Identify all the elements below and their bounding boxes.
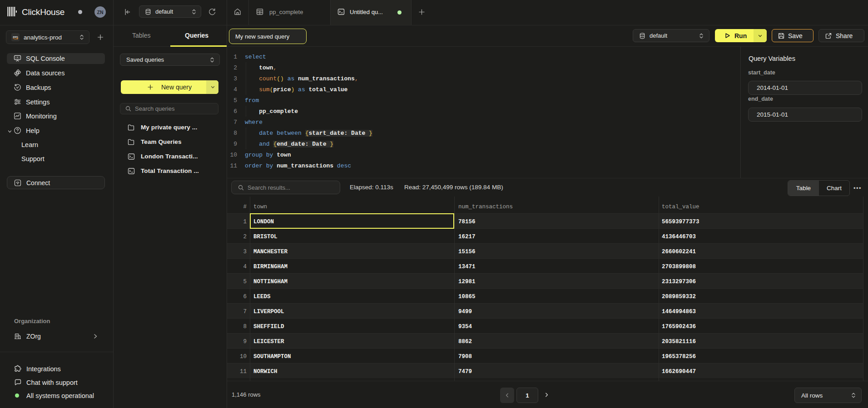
svg-text:aws: aws xyxy=(13,35,18,38)
